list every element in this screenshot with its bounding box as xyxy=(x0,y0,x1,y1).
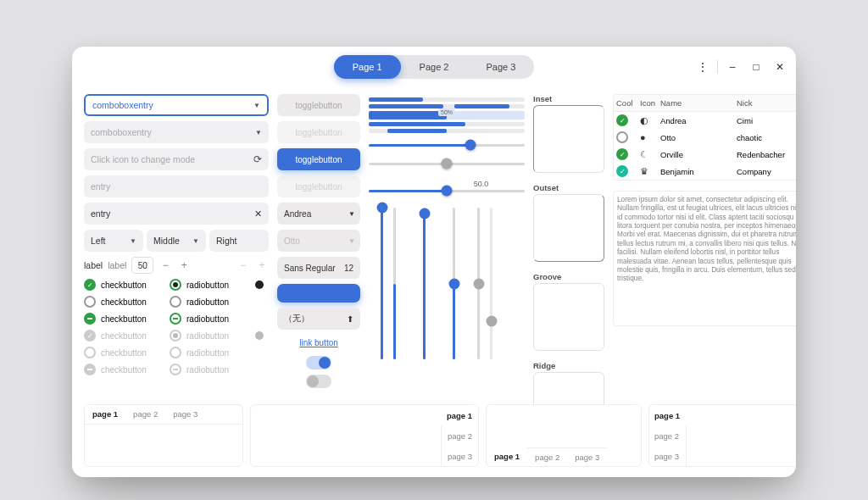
notebook-tabs-bottom: page 1 page 2 page 3 xyxy=(486,404,642,467)
nb-tab-3[interactable]: page 3 xyxy=(649,446,687,466)
chevron-down-icon[interactable]: ▼ xyxy=(255,129,262,136)
checkbutton-2[interactable]: checkbutton xyxy=(84,296,166,308)
chevron-down-icon[interactable]: ▼ xyxy=(253,102,260,109)
header-tab-1[interactable]: Page 1 xyxy=(334,55,401,79)
row-icon: ● xyxy=(640,132,660,142)
combo-otto-disabled: Otto▼ xyxy=(277,230,360,252)
bottom-notebooks: page 1 page 2 page 3 page 1 page 2 page … xyxy=(72,404,796,477)
vslider-6[interactable] xyxy=(490,208,492,359)
chevron-down-icon: ▼ xyxy=(130,237,136,245)
radio-icon xyxy=(170,296,181,308)
nb-tab-3[interactable]: page 3 xyxy=(165,405,205,424)
radiobutton-3[interactable]: radiobutton xyxy=(170,313,252,325)
nb-tab-2[interactable]: page 2 xyxy=(441,425,478,446)
radiobutton-1[interactable]: radiobutton xyxy=(170,279,252,291)
chevron-down-icon: ▼ xyxy=(348,210,355,218)
checkbutton-1[interactable]: ✓checkbutton xyxy=(84,279,166,291)
dropdown-right[interactable]: Right xyxy=(209,230,269,252)
comboboxentry-focused[interactable]: comboboxentry ▼ xyxy=(84,94,269,116)
mode-hint-field[interactable]: Click icon to change mode ⟳ xyxy=(84,148,269,170)
row-icon: ◐ xyxy=(640,115,660,126)
nb-tab-3[interactable]: page 3 xyxy=(441,446,478,466)
checkbutton-6-disabled: checkbutton xyxy=(84,364,166,375)
check-indeterminate-icon xyxy=(84,313,96,325)
vslider-5[interactable] xyxy=(477,208,480,359)
header-tab-2[interactable]: Page 2 xyxy=(401,55,468,79)
nb-tab-1[interactable]: page 1 xyxy=(649,405,687,425)
progressbar-1 xyxy=(369,97,525,102)
radio-icon xyxy=(170,364,181,375)
nb-tab-1[interactable]: page 1 xyxy=(487,447,527,466)
close-button[interactable]: ✕ xyxy=(771,58,789,76)
radio-icon xyxy=(170,279,181,291)
table-row[interactable]: ✓ ☾ Orville Redenbacher xyxy=(614,146,796,163)
check-icon: ✓ xyxy=(616,114,628,126)
check-icon: ✓ xyxy=(616,148,628,160)
hslider-2[interactable] xyxy=(369,157,525,170)
maximize-button[interactable]: □ xyxy=(747,58,765,76)
link-button[interactable]: link button xyxy=(277,335,360,351)
label-text: label xyxy=(84,260,103,270)
table-row[interactable]: ● Otto chaotic xyxy=(614,129,796,146)
togglebutton-2[interactable]: togglebutton xyxy=(277,121,360,143)
frame-inset: Inset xyxy=(533,94,604,178)
spin-plus-button[interactable]: + xyxy=(177,258,191,272)
hslider-1[interactable] xyxy=(369,138,525,152)
nb-tab-2[interactable]: page 2 xyxy=(125,405,165,424)
radiobutton-6-disabled: radiobutton xyxy=(170,364,252,375)
switch-off[interactable] xyxy=(306,375,331,388)
chevron-down-icon: ▼ xyxy=(348,237,355,245)
combo-andrea[interactable]: Andrea▼ xyxy=(277,203,360,225)
nb-tab-2[interactable]: page 2 xyxy=(649,425,687,446)
spin-plus-2-button[interactable]: + xyxy=(255,258,269,272)
spin-minus-button[interactable]: − xyxy=(159,258,172,272)
entry-placeholder[interactable]: entry xyxy=(84,175,269,197)
checkbutton-5-disabled: checkbutton xyxy=(84,347,166,358)
header-tab-3[interactable]: Page 3 xyxy=(467,55,534,79)
spin-value[interactable]: 50 xyxy=(131,257,153,274)
row-icon: ☾ xyxy=(640,149,660,160)
vslider-4[interactable] xyxy=(453,208,455,359)
nb-tab-1[interactable]: page 1 xyxy=(441,405,478,425)
color-button[interactable] xyxy=(277,284,360,303)
togglebutton-1[interactable]: togglebutton xyxy=(277,94,360,116)
combobox-value: comboboxentry xyxy=(92,100,153,110)
togglebutton-3[interactable]: togglebutton xyxy=(277,148,360,170)
header-tabswitch: Page 1 Page 2 Page 3 xyxy=(334,55,535,79)
vslider-2[interactable] xyxy=(393,208,396,359)
vslider-3[interactable] xyxy=(423,208,426,359)
checkbutton-3[interactable]: checkbutton xyxy=(84,313,166,325)
row-icon: ♛ xyxy=(640,166,660,177)
comboboxentry-disabled[interactable]: comboboxentry ▼ xyxy=(84,121,269,143)
clear-icon[interactable]: ✕ xyxy=(254,208,262,219)
frame-ridge: Ridge xyxy=(533,361,604,404)
progressbar-labeled: 50% xyxy=(369,111,525,119)
togglebutton-4[interactable]: togglebutton xyxy=(277,175,360,197)
spin-minus-2-button[interactable]: − xyxy=(236,258,250,272)
radiobutton-2[interactable]: radiobutton xyxy=(170,296,252,308)
table-row[interactable]: ✓ ♛ Benjamin Company xyxy=(614,163,796,180)
checkbutton-4-disabled: ✓checkbutton xyxy=(84,330,166,342)
nb-tab-1[interactable]: page 1 xyxy=(85,405,125,424)
vertical-sliders xyxy=(369,203,525,359)
notebook-tabs-top: page 1 page 2 page 3 xyxy=(84,404,243,467)
lorem-textview[interactable]: Lorem ipsum dolor sit amet, consectetur … xyxy=(613,191,796,326)
nb-tab-2[interactable]: page 2 xyxy=(527,447,567,466)
nb-tab-3[interactable]: page 3 xyxy=(567,447,607,466)
check-radio-grid: ✓checkbutton radiobutton checkbutton rad… xyxy=(84,279,269,375)
refresh-icon[interactable]: ⟳ xyxy=(253,153,262,165)
kebab-menu-icon[interactable]: ⋮ xyxy=(693,58,712,76)
entry-with-clear[interactable]: entry ✕ xyxy=(84,203,269,225)
radio-icon xyxy=(170,313,181,325)
dropdown-left[interactable]: Left▼ xyxy=(84,230,143,252)
switch-on[interactable] xyxy=(306,356,331,369)
table-row[interactable]: ✓ ◐ Andrea Cimi xyxy=(614,112,796,129)
minimize-button[interactable]: – xyxy=(723,58,742,76)
font-chooser[interactable]: Sans Regular12 xyxy=(277,257,360,279)
hslider-3[interactable]: 50.0 xyxy=(369,184,525,197)
check-indeterminate-icon xyxy=(84,364,96,375)
check-icon: ✓ xyxy=(84,279,96,291)
dropdown-middle[interactable]: Middle▼ xyxy=(147,230,206,252)
vslider-1[interactable] xyxy=(381,208,383,359)
file-chooser-none[interactable]: （无）⬆ xyxy=(277,308,360,330)
